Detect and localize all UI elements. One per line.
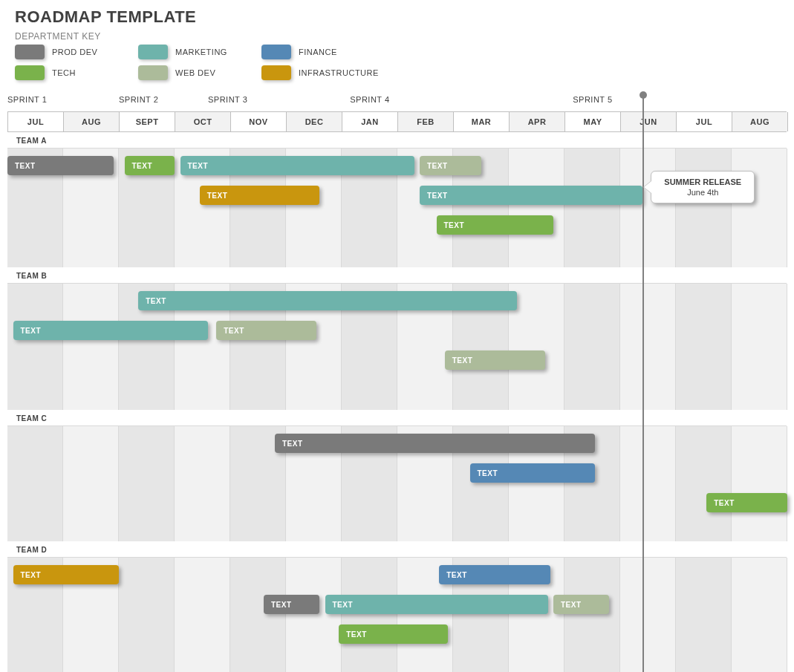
legend: PROD DEVMARKETINGFINANCETECHWEB DEVINFRA… xyxy=(15,45,401,86)
department-key-heading: DEPARTMENT KEY xyxy=(15,31,787,42)
sprint-label: SPRINT 3 xyxy=(208,95,247,104)
grid-column xyxy=(732,284,787,410)
month-header-cell: JUL xyxy=(8,112,64,131)
roadmap-bar[interactable]: TEXT xyxy=(200,186,319,205)
roadmap-bar[interactable]: TEXT xyxy=(180,156,414,175)
team-body: TEXTTEXTTEXT xyxy=(7,426,787,541)
grid-column xyxy=(564,284,620,410)
legend-swatch xyxy=(261,65,291,80)
grid-column xyxy=(175,558,230,672)
roadmap-bar[interactable]: TEXT xyxy=(275,434,595,453)
roadmap-bar[interactable]: TEXT xyxy=(13,565,120,584)
month-header-cell: JUN xyxy=(621,112,677,131)
team-header: TEAM B xyxy=(7,267,787,284)
month-header-cell: FEB xyxy=(398,112,454,131)
grid-column xyxy=(342,558,397,672)
milestone-title: SUMMER RELEASE xyxy=(664,177,741,186)
month-header-cell: NOV xyxy=(231,112,287,131)
grid-column xyxy=(63,284,119,410)
legend-swatch xyxy=(15,65,45,80)
grid-column xyxy=(732,426,787,541)
sprint-row: SPRINT 1SPRINT 2SPRINT 3SPRINT 4SPRINT 5 xyxy=(7,94,787,111)
grid-column xyxy=(676,426,732,541)
grid-column xyxy=(620,149,676,267)
month-header-row: JULAUGSEPTOCTNOVDECJANFEBMARAPRMAYJUNJUL… xyxy=(7,111,787,132)
legend-item: MARKETING xyxy=(138,45,257,59)
grid-column xyxy=(119,426,175,541)
month-header-cell: AUG xyxy=(64,112,120,131)
grid-column xyxy=(620,558,676,672)
legend-label: WEB DEV xyxy=(175,68,215,77)
legend-label: PROD DEV xyxy=(52,48,97,56)
legend-item: PROD DEV xyxy=(15,45,134,59)
month-header-cell: MAY xyxy=(565,112,621,131)
roadmap-bar[interactable]: TEXT xyxy=(439,565,550,584)
page-title: ROADMAP TEMPLATE xyxy=(15,7,787,27)
sprint-label: SPRINT 5 xyxy=(573,95,612,104)
legend-item: WEB DEV xyxy=(138,65,257,80)
sprint-label: SPRINT 2 xyxy=(119,95,158,104)
grid-column xyxy=(230,558,286,672)
roadmap-bar[interactable]: TEXT xyxy=(420,186,642,205)
legend-item: INFRASTRUCTURE xyxy=(261,65,380,80)
month-header-cell: JUL xyxy=(677,112,732,131)
roadmap-bar[interactable]: TEXT xyxy=(553,595,609,614)
team-block: TEAM BTEXTTEXTTEXTTEXT xyxy=(7,267,787,410)
grid-column xyxy=(7,426,63,541)
roadmap-bar[interactable]: TEXT xyxy=(445,350,545,370)
grid-column xyxy=(564,558,620,672)
legend-swatch xyxy=(138,65,168,80)
month-header-cell: SEPT xyxy=(120,112,175,131)
roadmap-bar[interactable]: TEXT xyxy=(325,595,548,614)
team-block: TEAM DTEXTTEXTTEXTTEXTTEXTTEXT xyxy=(7,541,787,672)
roadmap-bar[interactable]: TEXT xyxy=(125,156,175,175)
roadmap-bar[interactable]: TEXT xyxy=(216,321,316,340)
grid-column xyxy=(732,558,787,672)
roadmap-bar[interactable]: TEXT xyxy=(339,624,447,644)
grid-column xyxy=(732,149,787,267)
milestone-date: June 4th xyxy=(659,188,746,197)
sprint-label: SPRINT 1 xyxy=(7,95,47,104)
grid-column xyxy=(7,284,63,410)
legend-label: MARKETING xyxy=(175,48,227,56)
roadmap-bar[interactable]: TEXT xyxy=(420,156,481,175)
month-header-cell: MAR xyxy=(454,112,510,131)
team-body: TEXTTEXTTEXTTEXTTEXTTEXTTEXTSUMMER RELEA… xyxy=(7,149,787,267)
legend-swatch xyxy=(15,45,45,59)
team-body: TEXTTEXTTEXTTEXTTEXTTEXT xyxy=(7,558,787,672)
team-header: TEAM D xyxy=(7,541,787,558)
grid-column xyxy=(63,426,119,541)
legend-label: INFRASTRUCTURE xyxy=(299,68,379,77)
roadmap-bar[interactable]: TEXT xyxy=(706,493,787,512)
roadmap-bar[interactable]: TEXT xyxy=(470,463,596,483)
month-header-cell: JAN xyxy=(342,112,398,131)
legend-label: FINANCE xyxy=(299,48,337,56)
roadmap-bar[interactable]: TEXT xyxy=(437,215,554,235)
grid-column xyxy=(676,284,732,410)
legend-item: FINANCE xyxy=(261,45,380,59)
legend-label: TECH xyxy=(52,68,76,77)
milestone-callout: SUMMER RELEASEJune 4th xyxy=(651,171,755,203)
legend-swatch xyxy=(261,45,291,59)
team-header: TEAM C xyxy=(7,410,787,426)
grid-column xyxy=(509,284,564,410)
month-header-cell: DEC xyxy=(287,112,342,131)
grid-column xyxy=(119,558,175,672)
team-body: TEXTTEXTTEXTTEXT xyxy=(7,284,787,410)
roadmap-bar[interactable]: TEXT xyxy=(138,291,517,310)
roadmap-bar[interactable]: TEXT xyxy=(13,321,209,340)
grid-column xyxy=(676,558,732,672)
grid-column xyxy=(509,149,564,267)
team-block: TEAM CTEXTTEXTTEXT xyxy=(7,410,787,541)
roadmap-bar[interactable]: TEXT xyxy=(264,595,319,614)
teams-container: TEAM ATEXTTEXTTEXTTEXTTEXTTEXTTEXTSUMMER… xyxy=(7,132,787,672)
grid-column xyxy=(286,558,342,672)
grid-column xyxy=(620,284,676,410)
team-block: TEAM ATEXTTEXTTEXTTEXTTEXTTEXTTEXTSUMMER… xyxy=(7,132,787,267)
sprint-label: SPRINT 4 xyxy=(350,95,389,104)
grid-column xyxy=(620,426,676,541)
grid-column xyxy=(676,149,732,267)
roadmap-bar[interactable]: TEXT xyxy=(7,156,114,175)
grid-column xyxy=(175,426,230,541)
grid-column xyxy=(564,149,620,267)
